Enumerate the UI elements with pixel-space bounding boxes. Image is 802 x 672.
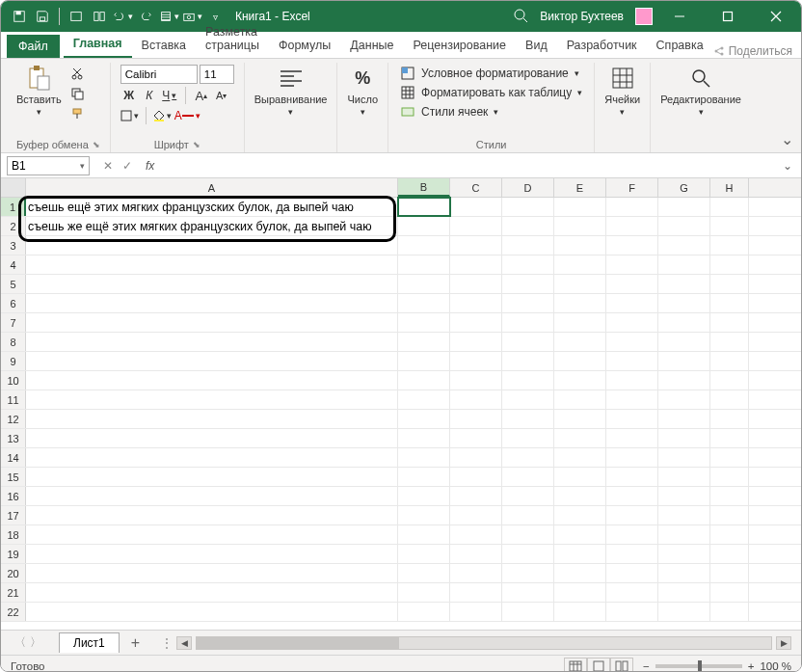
row-header[interactable]: 6 [1, 294, 26, 312]
font-name-combo[interactable] [120, 65, 198, 84]
cell[interactable] [450, 468, 502, 486]
font-size-combo[interactable] [200, 65, 234, 84]
row-header[interactable]: 18 [1, 525, 26, 544]
autosave-icon[interactable] [9, 6, 30, 27]
cell[interactable] [450, 525, 502, 544]
cell[interactable] [26, 275, 398, 293]
cells-button[interactable]: Ячейки ▾ [604, 65, 640, 117]
cell[interactable] [554, 564, 606, 582]
cell[interactable] [606, 236, 658, 255]
qat-btn-5[interactable] [158, 6, 179, 27]
close-button[interactable] [755, 1, 797, 32]
cell[interactable] [710, 487, 749, 505]
cell[interactable] [450, 603, 502, 621]
cell[interactable] [658, 545, 710, 563]
cell[interactable] [450, 506, 502, 524]
cell[interactable] [606, 603, 658, 621]
scroll-right-icon[interactable]: ▶ [776, 636, 791, 650]
cell[interactable] [398, 525, 450, 544]
cell[interactable] [554, 487, 606, 505]
cell[interactable] [554, 429, 606, 447]
cell[interactable] [398, 468, 450, 486]
enter-formula-icon[interactable]: ✓ [119, 159, 136, 173]
col-header-A[interactable]: A [26, 178, 398, 197]
cell[interactable] [26, 583, 398, 602]
cell[interactable] [658, 313, 710, 332]
cell[interactable] [502, 448, 554, 467]
italic-button[interactable]: К [141, 87, 158, 104]
qat-btn-1[interactable] [66, 6, 87, 27]
cell[interactable] [502, 198, 554, 216]
user-name[interactable]: Виктор Бухтеев [540, 10, 624, 23]
cell[interactable] [710, 236, 749, 255]
page-break-view-icon[interactable] [610, 658, 633, 673]
zoom-slider[interactable] [655, 664, 742, 668]
tab-help[interactable]: Справка [647, 33, 713, 58]
cell[interactable] [658, 371, 710, 390]
cell[interactable] [502, 390, 554, 409]
cell[interactable] [450, 429, 502, 447]
cell[interactable] [710, 429, 749, 447]
cell[interactable] [26, 333, 398, 351]
cell[interactable] [710, 506, 749, 524]
cell[interactable] [710, 371, 749, 390]
search-icon[interactable] [513, 8, 528, 26]
cell[interactable] [606, 313, 658, 332]
cell[interactable] [554, 294, 606, 312]
cell[interactable] [554, 603, 606, 621]
cell[interactable] [502, 506, 554, 524]
cell[interactable] [710, 564, 749, 582]
cell[interactable] [502, 487, 554, 505]
row-header[interactable]: 5 [1, 275, 26, 293]
row-header[interactable]: 1 [1, 198, 26, 216]
cell[interactable] [710, 583, 749, 602]
col-header-C[interactable]: C [450, 178, 502, 197]
cell[interactable] [710, 255, 749, 274]
cell[interactable] [398, 313, 450, 332]
cell[interactable] [26, 487, 398, 505]
cell[interactable] [398, 564, 450, 582]
cell[interactable] [450, 583, 502, 602]
alignment-button[interactable]: Выравнивание ▾ [254, 65, 328, 117]
cell[interactable] [710, 410, 749, 428]
row-header[interactable]: 12 [1, 410, 26, 428]
cell[interactable] [502, 429, 554, 447]
cell[interactable] [606, 429, 658, 447]
cell[interactable] [502, 333, 554, 351]
formula-input[interactable] [160, 156, 782, 175]
cell[interactable] [606, 198, 658, 216]
row-header[interactable]: 20 [1, 564, 26, 582]
col-header-F[interactable]: F [606, 178, 658, 197]
cell[interactable] [606, 217, 658, 235]
editing-button[interactable]: Редактирование ▾ [660, 65, 741, 117]
cell[interactable] [658, 410, 710, 428]
cell[interactable] [710, 352, 749, 370]
row-header[interactable]: 7 [1, 313, 26, 332]
row-header[interactable]: 13 [1, 429, 26, 447]
cell[interactable] [26, 410, 398, 428]
qat-btn-2[interactable] [89, 6, 110, 27]
cut-icon[interactable] [67, 65, 87, 82]
cell[interactable] [26, 255, 398, 274]
page-layout-view-icon[interactable] [587, 658, 610, 673]
cell[interactable] [502, 410, 554, 428]
row-header[interactable]: 3 [1, 236, 26, 255]
cell[interactable] [658, 255, 710, 274]
add-sheet-button[interactable]: + [120, 634, 151, 652]
cell[interactable] [658, 564, 710, 582]
cell[interactable] [450, 313, 502, 332]
cell[interactable] [710, 333, 749, 351]
undo-button[interactable] [112, 6, 133, 27]
cell[interactable] [502, 313, 554, 332]
cell[interactable] [606, 525, 658, 544]
increase-font-icon[interactable]: A▴ [193, 87, 210, 104]
cell[interactable] [658, 275, 710, 293]
cell[interactable] [450, 390, 502, 409]
cell[interactable] [554, 352, 606, 370]
cell[interactable] [658, 583, 710, 602]
cell[interactable] [710, 545, 749, 563]
cell[interactable] [554, 313, 606, 332]
cell[interactable] [554, 468, 606, 486]
tab-developer[interactable]: Разработчик [557, 33, 647, 58]
cell[interactable] [554, 275, 606, 293]
